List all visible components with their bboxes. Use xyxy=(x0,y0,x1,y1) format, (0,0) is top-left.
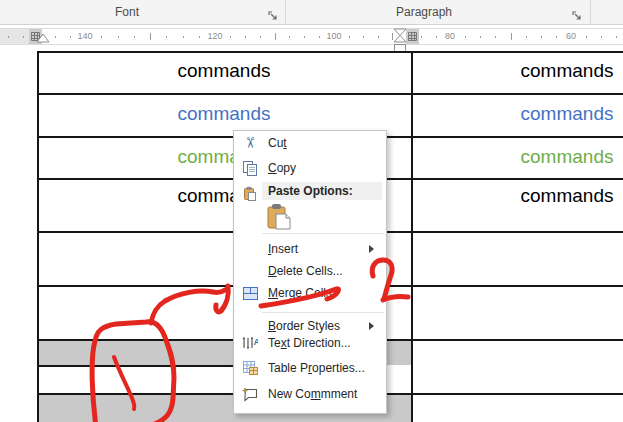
menu-item-label: Text Direction... xyxy=(268,331,351,355)
ruler-tick xyxy=(349,36,350,38)
menu-item-table-properties[interactable]: Table Properties... xyxy=(234,356,384,380)
ruler-tick xyxy=(465,36,466,38)
menu-item-label: Insert xyxy=(268,237,298,261)
hanging-indent-marker[interactable] xyxy=(36,33,50,43)
clipboard-icon xyxy=(240,181,260,205)
table-cell-text[interactable]: commands xyxy=(178,60,271,82)
red-arrow-head xyxy=(216,286,228,312)
ruler-number: 100 xyxy=(326,31,341,41)
ruler-tick xyxy=(363,36,364,38)
table-cell-text[interactable]: commands xyxy=(521,103,614,125)
svg-text:A: A xyxy=(254,337,259,347)
table-border xyxy=(37,365,233,367)
menu-item-label: Merge Cells xyxy=(268,281,332,305)
menu-item-label: Copy xyxy=(268,156,296,180)
indent-markers[interactable] xyxy=(393,28,407,53)
ruler-number: 140 xyxy=(77,31,92,41)
menu-item-new-comment[interactable]: New Commment xyxy=(234,382,384,406)
ruler-tick xyxy=(586,36,587,38)
scissors-icon: ✂ xyxy=(240,131,260,155)
ruler-tick xyxy=(511,33,512,40)
menu-item-delete-cells[interactable]: Delete Cells... xyxy=(234,259,384,283)
table-border xyxy=(411,51,413,422)
ruler-tick xyxy=(556,36,557,38)
menu-item-cut[interactable]: ✂ Cut xyxy=(234,131,384,155)
table-border xyxy=(37,51,623,53)
ruler-tick xyxy=(421,36,422,38)
ruler-margin-area xyxy=(0,29,29,44)
ruler-tick xyxy=(166,36,167,38)
ruler-tick xyxy=(480,36,481,38)
ribbon-group-paragraph-label: Paragraph xyxy=(396,5,452,19)
ruler-tick xyxy=(275,33,276,40)
ruler-tick xyxy=(601,36,602,38)
table-border xyxy=(37,51,39,422)
ruler-tick xyxy=(495,36,496,38)
ruler-tick xyxy=(183,36,184,38)
menu-item-insert[interactable]: Insert xyxy=(234,237,384,261)
menu-item-text-direction[interactable]: A Text Direction... xyxy=(234,331,384,355)
menu-separator xyxy=(262,233,384,234)
text-direction-icon: A xyxy=(240,331,260,355)
ruler-tick xyxy=(526,36,527,38)
ribbon-group-font-label: Font xyxy=(115,5,139,19)
ruler-tick xyxy=(199,36,200,38)
first-line-indent-marker[interactable] xyxy=(394,29,406,36)
new-comment-icon xyxy=(240,382,260,406)
word-document-window: Font Paragraph 1401201008060 xyxy=(0,0,623,422)
ruler-tick xyxy=(319,36,320,38)
hanging-indent-marker[interactable] xyxy=(394,36,406,43)
ruler-tick xyxy=(8,36,9,38)
table-cell-text[interactable]: commands xyxy=(521,185,614,207)
ruler-tick xyxy=(245,36,246,38)
ribbon-group-divider xyxy=(285,0,286,24)
ruler-tick xyxy=(289,36,290,38)
menu-item-merge-cells[interactable]: Merge Cells xyxy=(234,281,384,305)
ruler-tick xyxy=(378,36,379,38)
menu-item-label: Table Properties... xyxy=(268,356,365,380)
paragraph-dialog-launcher-icon[interactable] xyxy=(572,7,582,17)
table-cell-text[interactable]: commands xyxy=(521,60,614,82)
table-properties-icon xyxy=(240,356,260,380)
table-column-marker-icon[interactable] xyxy=(406,29,419,44)
paste-button[interactable] xyxy=(267,203,293,231)
ruler-tick xyxy=(304,36,305,38)
menu-item-label: New Commment xyxy=(268,382,357,406)
ruler-number: 60 xyxy=(566,31,576,41)
submenu-arrow-icon xyxy=(369,322,374,330)
menu-item-copy[interactable]: Copy xyxy=(234,156,384,180)
ribbon-group-divider xyxy=(590,0,591,24)
merge-cells-icon xyxy=(240,281,260,305)
ruler-tick xyxy=(230,36,231,38)
menu-item-label: Paste Options: xyxy=(268,181,353,201)
ruler-number: 120 xyxy=(207,31,222,41)
ribbon-strip: Font Paragraph xyxy=(0,0,623,25)
menu-separator xyxy=(262,312,384,313)
ruler-tick xyxy=(70,36,71,38)
submenu-arrow-icon xyxy=(369,245,374,253)
ruler-tick xyxy=(134,36,135,38)
ruler-tick xyxy=(150,33,151,40)
menu-paste-options-header: Paste Options: xyxy=(234,181,384,201)
ruler-tick xyxy=(541,36,542,38)
ruler-tick xyxy=(260,36,261,38)
table-cell-text[interactable]: commands xyxy=(178,103,271,125)
ruler-tick xyxy=(436,36,437,38)
font-dialog-launcher-icon[interactable] xyxy=(268,7,278,17)
menu-item-label: Cut xyxy=(268,131,287,155)
ruler-tick xyxy=(23,36,24,38)
ruler-tick xyxy=(55,36,56,38)
ruler-number: 80 xyxy=(445,31,455,41)
copy-icon xyxy=(240,156,260,180)
menu-item-label: Delete Cells... xyxy=(268,259,343,283)
ruler-tick xyxy=(118,36,119,38)
table-border xyxy=(37,93,623,95)
ruler-tick xyxy=(616,36,617,38)
red-arrow-swoosh xyxy=(151,290,225,323)
ruler-tick xyxy=(101,36,102,38)
table-context-menu: ✂ Cut Copy Paste Options: Insert Delete … xyxy=(233,130,387,414)
horizontal-ruler[interactable]: 1401201008060 xyxy=(0,28,623,45)
table-cell-text[interactable]: commands xyxy=(521,146,614,168)
